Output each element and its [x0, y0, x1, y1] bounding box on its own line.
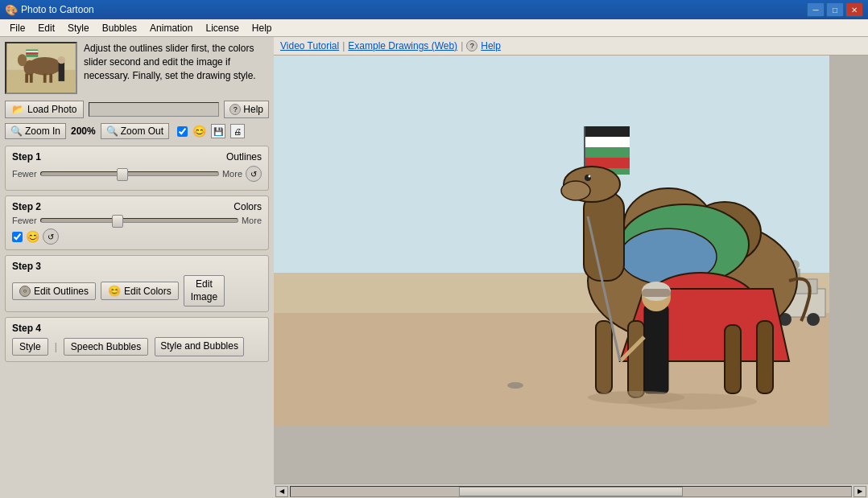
step2-right-label: Colors: [234, 201, 262, 212]
step2-fewer-label: Fewer: [12, 216, 37, 225]
step2-reset-button[interactable]: ↺: [43, 228, 59, 245]
step2-checkbox[interactable]: [12, 232, 23, 242]
smiley-icon-1: 😊: [192, 125, 206, 138]
step4-buttons: Style | Speech Bubbles Style and Bubbles: [12, 337, 262, 356]
svg-rect-47: [596, 321, 612, 393]
title-bar: 🎨 Photo to Cartoon ─ □ ✕: [0, 0, 868, 19]
step2-slider-row: Fewer More: [12, 216, 262, 225]
svg-rect-31: [585, 137, 630, 147]
load-photo-button[interactable]: 📂 Load Photo: [5, 101, 84, 118]
maximize-button[interactable]: □: [826, 2, 844, 17]
svg-rect-42: [584, 192, 624, 281]
step2-more-label: More: [242, 216, 262, 225]
zoom-row: 🔍 Zoom In 200% 🔍 Zoom Out 😊 💾 🖨: [5, 123, 269, 139]
intro-text: Adjust the outlines slider first, the co…: [84, 42, 269, 94]
step3-buttons: ○ Edit Outlines 😊 Edit Colors Edit Image: [12, 275, 262, 307]
step2-extras: 😊 ↺: [12, 228, 262, 245]
step2-slider-thumb[interactable]: [112, 215, 123, 228]
scroll-track[interactable]: [290, 486, 852, 497]
style-button[interactable]: Style: [12, 338, 48, 356]
show-outlines-checkbox[interactable]: [177, 126, 188, 137]
folder-icon: 📂: [12, 104, 24, 115]
video-tutorial-link[interactable]: Video Tutorial: [280, 40, 339, 51]
svg-rect-11: [26, 52, 38, 54]
progress-bar: [89, 102, 219, 117]
svg-rect-7: [49, 74, 52, 83]
zoom-in-button[interactable]: 🔍 Zoom In: [5, 123, 66, 139]
svg-point-13: [58, 56, 65, 64]
menu-license[interactable]: License: [199, 21, 245, 35]
help-icon: ?: [229, 104, 241, 115]
step1-slider-thumb[interactable]: [117, 168, 128, 181]
step1-slider-track: [40, 171, 219, 176]
svg-point-28: [807, 313, 820, 326]
svg-rect-30: [585, 126, 630, 137]
scroll-left-button[interactable]: ◀: [275, 486, 288, 497]
edit-image-button[interactable]: Edit Image: [184, 275, 225, 307]
svg-point-65: [628, 393, 757, 410]
example-drawings-link[interactable]: Example Drawings (Web): [348, 40, 457, 51]
scroll-thumb[interactable]: [459, 487, 683, 496]
menu-bubbles[interactable]: Bubbles: [96, 21, 143, 35]
menu-edit[interactable]: Edit: [31, 21, 61, 35]
zoom-out-button[interactable]: 🔍 Zoom Out: [101, 123, 169, 139]
left-panel: Adjust the outlines slider first, the co…: [0, 37, 274, 498]
menu-file[interactable]: File: [3, 21, 31, 35]
step4-label: Step 4: [12, 323, 262, 334]
svg-rect-50: [757, 321, 773, 393]
svg-rect-29: [584, 126, 585, 167]
print-icon[interactable]: 🖨: [230, 124, 245, 138]
step4-separator: |: [55, 341, 57, 352]
help-link[interactable]: Help: [481, 40, 501, 51]
step1-reset-button[interactable]: ↺: [246, 166, 262, 182]
cartoon-image: [274, 56, 829, 426]
canvas-area[interactable]: [274, 56, 868, 484]
step2-label: Step 2: [12, 201, 262, 212]
close-button[interactable]: ✕: [845, 2, 863, 17]
svg-rect-54: [642, 289, 671, 297]
save-icon[interactable]: 💾: [211, 124, 225, 138]
edit-colors-button[interactable]: 😊 Edit Colors: [101, 282, 179, 300]
app-title: Photo to Cartoon: [21, 4, 807, 15]
minimize-button[interactable]: ─: [807, 2, 825, 17]
menu-bar: File Edit Style Bubbles Animation Licens…: [0, 19, 868, 37]
help-button[interactable]: ? Help: [224, 101, 269, 118]
step1-panel: Step 1 Outlines Fewer More ↺: [5, 146, 269, 191]
style-and-bubbles-button[interactable]: Style and Bubbles: [155, 337, 244, 356]
svg-rect-48: [628, 321, 644, 397]
edit-outlines-button[interactable]: ○ Edit Outlines: [12, 282, 96, 300]
step2-slider-track: [40, 218, 238, 223]
svg-rect-51: [644, 305, 668, 393]
thumbnail-image: [5, 42, 77, 94]
step1-right-label: Outlines: [226, 151, 262, 163]
edit-colors-icon: 😊: [108, 285, 121, 297]
step1-fewer-label: Fewer: [12, 169, 37, 179]
svg-point-46: [589, 175, 591, 178]
svg-rect-12: [59, 62, 65, 80]
menu-animation[interactable]: Animation: [143, 21, 199, 35]
step2-smiley-icon: 😊: [26, 230, 39, 243]
scroll-right-button[interactable]: ▶: [854, 486, 866, 497]
menu-help[interactable]: Help: [246, 21, 279, 35]
svg-rect-10: [26, 51, 38, 52]
step2-panel: Step 2 Colors Fewer More 😊 ↺: [5, 195, 269, 250]
step1-label: Step 1: [12, 151, 262, 163]
step1-more-label: More: [222, 169, 242, 179]
speech-bubbles-button[interactable]: Speech Bubbles: [64, 338, 148, 356]
step3-panel: Step 3 ○ Edit Outlines 😊 Edit Colors Edi…: [5, 255, 269, 312]
intro-box: Adjust the outlines slider first, the co…: [5, 42, 269, 94]
step3-label: Step 3: [12, 261, 262, 272]
step4-panel: Step 4 Style | Speech Bubbles Style and …: [5, 317, 269, 362]
svg-rect-32: [585, 147, 630, 158]
window-controls: ─ □ ✕: [807, 2, 863, 17]
svg-rect-49: [725, 325, 741, 393]
app-icon: 🎨: [5, 4, 18, 16]
zoom-in-icon: 🔍: [10, 126, 23, 137]
menu-style[interactable]: Style: [61, 21, 96, 35]
zoom-out-icon: 🔍: [106, 126, 118, 137]
svg-point-68: [507, 382, 523, 389]
svg-rect-4: [25, 74, 28, 83]
help-small-icon: ?: [466, 40, 477, 51]
horizontal-scrollbar: ◀ ▶: [274, 484, 868, 498]
svg-point-44: [561, 181, 590, 200]
